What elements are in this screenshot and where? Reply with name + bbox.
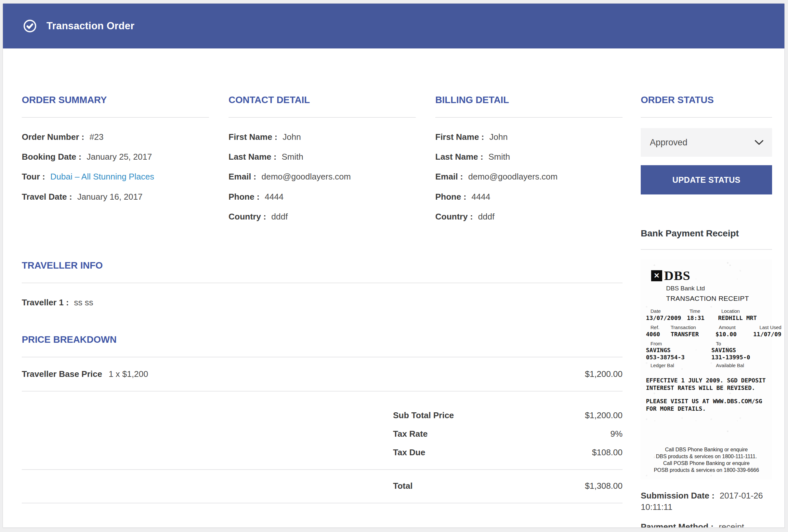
billing-country-value: dddf xyxy=(478,212,495,221)
contact-phone-value: 4444 xyxy=(264,192,283,202)
update-status-button[interactable]: UPDATE STATUS xyxy=(641,165,772,195)
contact-last-name-row: Last Name :Smith xyxy=(229,152,416,162)
receipt-time-value: 18:31 xyxy=(687,314,718,321)
billing-phone-value: 4444 xyxy=(471,192,490,202)
traveller-info-section: TRAVELLER INFO Traveller 1 :ss ss xyxy=(22,260,623,308)
billing-last-name-value: Smith xyxy=(488,152,510,162)
tax-due-value: $108.00 xyxy=(592,448,623,457)
content: ORDER SUMMARY Order Number :#23 Booking … xyxy=(3,48,784,528)
tax-rate-row: Tax Rate 9% xyxy=(22,429,623,439)
tour-link[interactable]: Dubai – All Stunning Places xyxy=(51,172,154,181)
base-price-row: Traveller Base Price 1 x $1,200 $1,200.0… xyxy=(22,357,623,392)
main-column: ORDER SUMMARY Order Number :#23 Booking … xyxy=(22,48,623,504)
submission-date-row: Submission Date :2017-01-26 10:11:11 xyxy=(641,490,772,513)
receipt-ref-value: 4060 xyxy=(646,331,671,337)
travel-date-value: January 16, 2017 xyxy=(77,192,143,202)
receipt-footer-line-4: POSB products & services on 1800-339-666… xyxy=(646,467,767,473)
totals-block: Sub Total Price $1,200.00 Tax Rate 9% Ta… xyxy=(22,392,623,470)
chevron-down-icon xyxy=(754,140,764,145)
dbs-logo-word: DBS xyxy=(664,269,690,282)
order-number-label: Order Number : xyxy=(22,132,84,142)
receipt-notice-2-line-1: PLEASE VISIT US AT WWW.DBS.COM/SG xyxy=(646,397,767,405)
total-value: $1,308.00 xyxy=(585,481,623,491)
divider xyxy=(229,117,416,118)
billing-country-label: Country : xyxy=(435,212,473,221)
order-status-heading: ORDER STATUS xyxy=(641,95,772,105)
receipt-ledger-label: Ledger Bal xyxy=(646,362,711,368)
billing-last-name-row: Last Name :Smith xyxy=(435,152,623,162)
billing-email-label: Email : xyxy=(435,172,463,181)
billing-last-name-label: Last Name : xyxy=(435,152,483,162)
page: Transaction Order ORDER SUMMARY Order Nu… xyxy=(0,0,788,532)
dbs-logo: ✕ DBS xyxy=(651,269,767,282)
receipt-ref-label: Ref. xyxy=(646,324,671,330)
receipt-to-type: SAVINGS xyxy=(711,347,767,353)
booking-date-value: January 25, 2017 xyxy=(86,152,152,162)
receipt-notice-2-line-2: FOR MORE DETAILS. xyxy=(646,405,767,412)
sidebar: ORDER STATUS Approved UPDATE STATUS Bank… xyxy=(641,48,772,528)
billing-email-row: Email :demo@goodlayers.com xyxy=(435,172,623,182)
receipt-ref-row: Ref. Transaction Amount Last Used 4060 T… xyxy=(646,324,767,337)
order-status-selected: Approved xyxy=(650,138,688,147)
payment-method-value: receipt xyxy=(719,522,744,528)
traveller-row: Traveller 1 :ss ss xyxy=(22,298,623,308)
receipt-notice-1: EFFECTIVE 1 JULY 2009. SGD DEPOSIT INTER… xyxy=(646,377,767,392)
order-summary-section: ORDER SUMMARY Order Number :#23 Booking … xyxy=(22,95,209,232)
traveller-label: Traveller 1 : xyxy=(22,298,69,307)
billing-phone-row: Phone :4444 xyxy=(435,192,623,202)
receipt-time-label: Time xyxy=(687,308,718,314)
billing-first-name-label: First Name : xyxy=(435,132,484,142)
billing-detail-heading: BILLING DETAIL xyxy=(435,95,623,105)
billing-first-name-row: First Name :John xyxy=(435,132,623,142)
booking-date-row: Booking Date :January 25, 2017 xyxy=(22,152,209,162)
base-price-label: Traveller Base Price xyxy=(22,369,102,379)
contact-email-label: Email : xyxy=(229,172,256,181)
tax-due-label: Tax Due xyxy=(393,448,425,457)
bank-payment-receipt-heading: Bank Payment Receipt xyxy=(641,228,772,239)
submission-details: Submission Date :2017-01-26 10:11:11 Pay… xyxy=(641,490,772,528)
tax-rate-value: 9% xyxy=(610,429,623,439)
transaction-order-panel: Transaction Order ORDER SUMMARY Order Nu… xyxy=(3,3,785,528)
total-row: Total $1,308.00 xyxy=(22,470,623,504)
order-status-select[interactable]: Approved xyxy=(641,128,772,157)
contact-first-name-label: First Name : xyxy=(229,132,277,142)
contact-first-name-row: First Name :John xyxy=(229,132,416,142)
topbar: Transaction Order xyxy=(3,4,784,48)
check-circle-icon xyxy=(23,19,37,33)
base-price-qty: 1 x $1,200 xyxy=(109,369,148,379)
receipt-available-label: Available Bal xyxy=(711,362,767,368)
price-breakdown-section: PRICE BREAKDOWN Traveller Base Price 1 x… xyxy=(22,334,623,504)
contact-country-value: dddf xyxy=(272,212,288,221)
receipt-amount-label: Amount xyxy=(715,324,753,330)
receipt-transaction-label: Transaction xyxy=(671,324,715,330)
order-summary-heading: ORDER SUMMARY xyxy=(22,95,209,105)
tax-rate-label: Tax Rate xyxy=(393,429,428,439)
contact-country-label: Country : xyxy=(229,212,266,221)
order-number-value: #23 xyxy=(90,132,103,142)
contact-phone-row: Phone :4444 xyxy=(229,192,416,202)
traveller-value: ss ss xyxy=(74,298,93,307)
contact-email-row: Email :demo@goodlayers.com xyxy=(229,172,416,182)
receipt-footer-line-1: Call DBS Phone Banking or enquire xyxy=(646,446,767,453)
page-title: Transaction Order xyxy=(46,20,134,32)
subtotal-label: Sub Total Price xyxy=(393,410,454,420)
tour-row: Tour :Dubai – All Stunning Places xyxy=(22,172,209,182)
receipt-transaction-value: TRANSFER xyxy=(671,331,715,337)
travel-date-label: Travel Date : xyxy=(22,192,72,202)
divider xyxy=(641,117,772,118)
receipt-last-used-label: Last Used xyxy=(753,324,782,330)
receipt-footer: Call DBS Phone Banking or enquire DBS pr… xyxy=(646,446,767,473)
subtotal-value: $1,200.00 xyxy=(585,410,623,420)
receipt-location-value: REDHILL MRT xyxy=(718,314,767,321)
submission-date-label: Submission Date : xyxy=(641,491,714,500)
receipt-date-row: Date Time Location 13/07/2009 18:31 REDH… xyxy=(646,308,767,321)
billing-detail-section: BILLING DETAIL First Name :John Last Nam… xyxy=(435,95,623,232)
receipt-from-to-row: From To SAVINGS SAVINGS 053-38754-3 131-… xyxy=(646,341,767,361)
contact-detail-section: CONTACT DETAIL First Name :John Last Nam… xyxy=(229,95,416,232)
contact-last-name-value: Smith xyxy=(281,152,303,162)
receipt-notice-1-line-2: INTEREST RATES WILL BE REVISED. xyxy=(646,384,767,392)
bank-name: DBS Bank Ltd xyxy=(666,285,767,292)
receipt-from-label: From xyxy=(646,341,711,346)
billing-first-name-value: John xyxy=(489,132,508,142)
billing-country-row: Country :dddf xyxy=(435,212,623,222)
